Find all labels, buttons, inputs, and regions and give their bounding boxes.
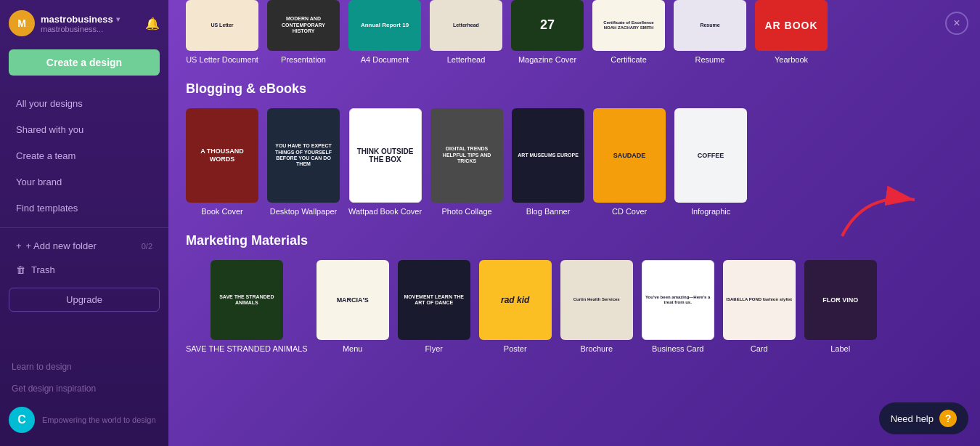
template-thumb-save-stranded: SAVE THE STRANDED ANIMALS <box>211 260 283 340</box>
template-card-blog-banner[interactable]: ART MUSEUMS EUROPE Blog Banner <box>512 108 584 216</box>
template-thumb-certificate: Certificate of ExcellenceNOAH ZACHARY SM… <box>592 0 665 51</box>
template-card-health-services[interactable]: Curtin Health Services Brochure <box>560 260 633 353</box>
bell-icon[interactable]: 🔔 <box>145 17 160 31</box>
canva-logo: C <box>9 407 35 433</box>
sidebar-header: M mastrobusiness ▾ mastrobusiness... 🔔 <box>0 0 168 46</box>
section-top-row: US Letter US Letter Document MODERN AND … <box>186 0 963 64</box>
template-thumb-marcias: MARCIA'S <box>317 260 389 340</box>
plus-icon: + <box>16 240 22 251</box>
sidebar-item-trash[interactable]: 🗑 Trash <box>4 259 164 281</box>
template-thumb-cd-cover: SAUDADE <box>593 108 666 203</box>
template-card-book-cover[interactable]: A THOUSAND WORDS Book Cover <box>186 108 258 216</box>
section-marketing: Marketing Materials SAVE THE STRANDED AN… <box>186 233 963 353</box>
sidebar-item-find-templates[interactable]: Find templates <box>4 195 164 221</box>
upgrade-button[interactable]: Upgrade <box>9 288 160 312</box>
close-button[interactable]: × <box>945 12 968 35</box>
template-thumb-blog-banner: ART MUSEUMS EUROPE <box>512 108 584 203</box>
sidebar: M mastrobusiness ▾ mastrobusiness... 🔔 C… <box>0 0 168 446</box>
create-design-button[interactable]: Create a design <box>9 49 160 76</box>
template-card-marcias[interactable]: MARCIA'S Menu <box>317 260 389 353</box>
template-thumb-yearbook: AR BOOK <box>755 0 828 51</box>
trash-icon: 🗑 <box>16 264 25 275</box>
template-thumb-wattpad: THINK OUTSIDE THE BOX <box>349 108 422 203</box>
top-templates-row: US Letter US Letter Document MODERN AND … <box>186 0 963 64</box>
template-card-certificate[interactable]: Certificate of ExcellenceNOAH ZACHARY SM… <box>592 0 665 64</box>
template-card-health-card[interactable]: You've been amazing—Here's a treat from … <box>642 260 714 353</box>
canva-logo-row: C Empowering the world to design <box>0 400 168 440</box>
sidebar-item-learn[interactable]: Learn to design <box>0 356 168 378</box>
template-thumb-photo-collage: DIGITAL TRENDS HELPFUL TIPS AND TRICKS <box>430 108 503 203</box>
sidebar-item-your-brand[interactable]: Your brand <box>4 169 164 195</box>
blogging-templates-row: A THOUSAND WORDS Book Cover YOU HAVE TO … <box>186 108 963 216</box>
template-thumb-isabella: ISABELLA POND fashion stylist <box>723 260 796 340</box>
help-icon: ? <box>939 410 957 427</box>
template-thumb-resume: Resume <box>674 0 746 51</box>
nav-section: All your designs Shared with you Create … <box>0 90 168 222</box>
template-thumb-health-card: You've been amazing—Here's a treat from … <box>642 260 714 340</box>
folder-count: 0/2 <box>142 242 152 251</box>
sidebar-bottom: Learn to design Get design inspiration C… <box>0 356 168 446</box>
need-help-label: Need help <box>891 413 934 424</box>
template-thumb-us-letter: US Letter <box>186 0 258 51</box>
add-folder-button[interactable]: + + Add new folder 0/2 <box>4 235 164 257</box>
marketing-templates-row: SAVE THE STRANDED ANIMALS SAVE THE STRAN… <box>186 260 963 353</box>
template-card-presentation[interactable]: MODERN AND CONTEMPORARY HISTORY Presenta… <box>267 0 340 64</box>
template-thumb-letterhead: Letterhead <box>430 0 502 51</box>
template-thumb-presentation: MODERN AND CONTEMPORARY HISTORY <box>267 0 340 51</box>
template-card-photo-collage[interactable]: DIGITAL TRENDS HELPFUL TIPS AND TRICKS P… <box>430 108 503 216</box>
template-thumb-infographic: COFFEE <box>674 108 747 203</box>
template-thumb-health-services: Curtin Health Services <box>560 260 633 340</box>
sidebar-item-shared[interactable]: Shared with you <box>4 117 164 142</box>
marketing-section-title: Marketing Materials <box>186 233 963 248</box>
template-card-isabella[interactable]: ISABELLA POND fashion stylist Card <box>723 260 796 353</box>
template-card-desktop-wallpaper[interactable]: YOU HAVE TO EXPECT THINGS OF YOURSELF BE… <box>267 108 340 216</box>
canva-tagline: Empowering the world to design <box>42 415 156 425</box>
template-card-yearbook[interactable]: AR BOOK Yearbook <box>755 0 828 64</box>
template-thumb-magazine: 27 <box>511 0 584 51</box>
template-card-rad-kid[interactable]: rad kid Poster <box>479 260 552 353</box>
template-card-a4[interactable]: Annual Report 19 A4 Document <box>348 0 421 64</box>
template-card-save-stranded[interactable]: SAVE THE STRANDED ANIMALS SAVE THE STRAN… <box>186 260 308 353</box>
template-card-us-letter[interactable]: US Letter US Letter Document <box>186 0 258 64</box>
sidebar-item-all-designs[interactable]: All your designs <box>4 91 164 116</box>
template-card-resume[interactable]: Resume Resume <box>674 0 746 64</box>
template-thumb-desktop-wallpaper: YOU HAVE TO EXPECT THINGS OF YOURSELF BE… <box>267 108 340 203</box>
blogging-section-title: Blogging & eBooks <box>186 81 963 97</box>
template-thumb-a4: Annual Report 19 <box>348 0 421 51</box>
template-thumb-flor-vino: FLOR VINO <box>804 260 877 340</box>
user-name: mastrobusiness ▾ <box>41 14 139 25</box>
user-info: mastrobusiness ▾ mastrobusiness... <box>41 14 139 33</box>
template-thumb-book-cover: A THOUSAND WORDS <box>186 108 258 203</box>
avatar[interactable]: M <box>9 10 35 36</box>
sidebar-item-create-team[interactable]: Create a team <box>4 143 164 169</box>
divider <box>0 227 168 228</box>
need-help-button[interactable]: Need help ? <box>879 402 968 434</box>
section-blogging: Blogging & eBooks A THOUSAND WORDS Book … <box>186 81 963 216</box>
main-content: US Letter US Letter Document MODERN AND … <box>168 0 980 446</box>
template-card-infographic[interactable]: COFFEE Infographic <box>674 108 747 216</box>
user-email: mastrobusiness... <box>41 25 139 33</box>
template-card-movement[interactable]: MOVEMENT LEARN THE ART OF DANCE Flyer <box>398 260 470 353</box>
template-card-magazine[interactable]: 27 Magazine Cover <box>511 0 584 64</box>
template-card-flor-vino[interactable]: FLOR VINO Label <box>804 260 877 353</box>
template-thumb-movement: MOVEMENT LEARN THE ART OF DANCE <box>398 260 470 340</box>
template-card-cd-cover[interactable]: SAUDADE CD Cover <box>593 108 666 216</box>
template-thumb-rad-kid: rad kid <box>479 260 552 340</box>
template-card-wattpad[interactable]: THINK OUTSIDE THE BOX Wattpad Book Cover <box>348 108 422 216</box>
chevron-down-icon[interactable]: ▾ <box>116 15 120 23</box>
sidebar-item-inspiration[interactable]: Get design inspiration <box>0 378 168 400</box>
template-card-letterhead[interactable]: Letterhead Letterhead <box>430 0 502 64</box>
